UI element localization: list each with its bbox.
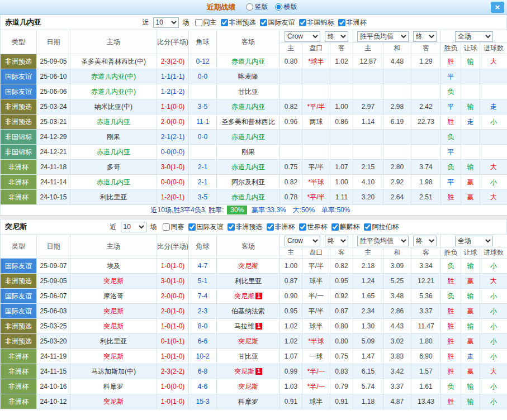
filter-checkbox[interactable] xyxy=(228,223,235,231)
cell-avg-0: 6.15 xyxy=(353,364,383,379)
cell-goals-result: 小 xyxy=(480,304,507,319)
filter-checkbox[interactable] xyxy=(338,19,345,26)
filter-option[interactable]: 国际友谊 xyxy=(188,222,224,232)
avg-state-select[interactable]: 终 xyxy=(413,31,437,42)
match-row[interactable]: 非洲预选25-03-25突尼斯1-0(1-0)8-0马拉维11.02球半0.80… xyxy=(1,319,507,334)
cell-handicap-result: 输 xyxy=(461,160,480,175)
match-row[interactable]: 非洲杯24-10-16科摩罗1-0(0-0)4-6突尼斯1.03*半/一0.79… xyxy=(1,379,507,394)
avg-select[interactable]: 胜平负均值 xyxy=(357,31,409,42)
team-text: 突尼斯 xyxy=(238,337,258,345)
match-row[interactable]: 非洲预选25-03-21赤道几内亚2-0(0-0)11-1圣多美和普林西比0.9… xyxy=(1,114,507,130)
cell-corners: 11-1 xyxy=(189,114,217,130)
filter-option[interactable]: 非洲杯 xyxy=(267,222,295,232)
match-row[interactable]: 国际友谊25-06-10赤道几内亚(中)1-1(1-1)0-0喀麦隆平 xyxy=(1,69,507,84)
cell-odds-away: 0.82 xyxy=(330,259,353,274)
match-row[interactable]: 非洲预选25-03-20利比里亚0-1(0-1)6-6突尼斯1.02*半球0.8… xyxy=(1,334,507,349)
filter-checkbox[interactable] xyxy=(299,223,306,231)
match-row[interactable]: 国际友谊25-06-06赤道几内亚(中)1-2(1-2)甘比亚负 xyxy=(1,84,507,99)
filter-checkbox[interactable] xyxy=(267,223,274,231)
match-row[interactable]: 非洲杯24-11-18多哥3-0(1-0)2-1赤道几内亚0.75平/半1.07… xyxy=(1,160,507,175)
cell-avg-2: 3.74 xyxy=(411,160,441,175)
scope-select[interactable]: 全场 xyxy=(455,236,493,246)
filter-checkbox[interactable] xyxy=(331,223,339,231)
cell-corners xyxy=(189,84,217,99)
cell-corners: 0-12 xyxy=(189,54,217,69)
filter-checkbox[interactable] xyxy=(195,19,202,26)
cell-goals-result: 大 xyxy=(480,274,507,289)
filter-option[interactable]: 同赛 xyxy=(163,222,184,232)
filter-option[interactable]: 同主 xyxy=(195,18,217,27)
match-row[interactable]: 非洲杯24-11-14赤道几内亚0-0(0-0)2-1阿尔及利亚0.82*半球1… xyxy=(1,175,507,190)
match-row[interactable]: 非洲预选25-03-24纳米比亚(中)1-1(0-0)3-5赤道几内亚0.82*… xyxy=(1,99,507,114)
cell-home-team: 赤道几内亚(中) xyxy=(70,69,157,84)
cell-away-team: 突尼斯 xyxy=(217,259,280,274)
filter-checkbox[interactable] xyxy=(299,19,306,26)
filter-option[interactable]: 国际友谊 xyxy=(260,18,295,27)
filter-option[interactable]: 阿拉伯杯 xyxy=(364,222,399,232)
cell-home-team: 突尼斯 xyxy=(70,304,157,319)
odds-source-select[interactable]: Crow xyxy=(285,31,320,42)
filter-label: 同赛 xyxy=(171,222,184,232)
filter-option[interactable]: 非洲预选 xyxy=(228,222,263,232)
scope-select[interactable]: 全场 xyxy=(455,31,493,42)
cell-avg-1: 4.87 xyxy=(383,394,411,409)
recent-count-select[interactable]: 10 xyxy=(153,17,179,28)
vertical-radio[interactable] xyxy=(246,3,253,11)
column-header: 角球 xyxy=(189,30,217,54)
close-icon[interactable]: × xyxy=(491,2,504,13)
match-row[interactable]: 非国锦标24-12-29刚果2-1(2-1)0-0赤道几内亚负 xyxy=(1,130,507,145)
odds-source-select[interactable]: Crow xyxy=(285,236,320,246)
match-row[interactable]: 国际友谊25-09-07埃及1-0(1-0)4-7突尼斯1.00平/半0.822… xyxy=(1,259,507,274)
match-row[interactable]: 非洲杯24-11-19突尼斯1-0(1-0)10-2甘比亚1.07一球0.751… xyxy=(1,349,507,364)
recent-count-select[interactable]: 10 xyxy=(121,222,146,232)
filter-checkbox[interactable] xyxy=(221,19,228,26)
cell-date: 24-10-12 xyxy=(37,394,70,409)
team-text: 突尼斯 xyxy=(103,307,124,315)
filter-checkbox[interactable] xyxy=(188,223,196,231)
filter-label: 非洲预选 xyxy=(229,18,256,27)
layout-horizontal-option[interactable]: 横版 xyxy=(275,2,297,12)
match-row[interactable]: 非国锦标24-12-21赤道几内亚0-0(0-0)刚果平 xyxy=(1,145,507,160)
filter-checkbox[interactable] xyxy=(163,223,170,231)
section-header-0: 赤道几内亚 近 10 场 同主非洲预选国际友谊非国锦标非洲杯 xyxy=(0,15,507,30)
cell-goals-result: 小 xyxy=(480,394,507,409)
cell-odds-away: 1.02 xyxy=(330,54,353,69)
avg-select[interactable]: 胜平负均值 xyxy=(357,236,409,246)
cell-avg-1: 2.86 xyxy=(383,304,411,319)
filter-checkbox[interactable] xyxy=(364,223,371,231)
odds-state-select[interactable]: 终 xyxy=(325,236,348,246)
match-row[interactable]: 非洲杯24-10-12突尼斯1-0(1-0)15-3科摩罗0.91球半0.911… xyxy=(1,394,507,409)
odds-state-select[interactable]: 终 xyxy=(325,31,348,42)
match-row[interactable]: 非洲杯24-10-15利比里亚1-2(0-1)3-5赤道几内亚0.78*平/半1… xyxy=(1,190,507,205)
match-row[interactable]: 国际友谊25-06-07摩洛哥2-0(0-0)7-4突尼斯10.90半/一0.9… xyxy=(1,289,507,304)
cell-result: 负 xyxy=(441,289,461,304)
filter-option[interactable]: 非洲预选 xyxy=(221,18,256,27)
match-row[interactable]: 非洲预选25-09-05圣多美和普林西比(中)2-3(2-0)0-12赤道几内亚… xyxy=(1,54,507,69)
filter-option[interactable]: 麒麟杯 xyxy=(331,222,360,232)
cell-date: 25-06-07 xyxy=(37,289,70,304)
cell-odds-home xyxy=(280,130,302,145)
filter-option[interactable]: 世界杯 xyxy=(299,222,328,232)
match-row[interactable]: 非洲预选25-09-05突尼斯3-0(1-0)5-1利比里亚0.87球半0.95… xyxy=(1,274,507,289)
avg-state-select[interactable]: 终 xyxy=(413,236,437,246)
match-row[interactable]: 非洲杯24-11-15马达加斯加(中)2-3(2-2)6-8突尼斯10.99*半… xyxy=(1,364,507,379)
cell-corners: 7-4 xyxy=(189,289,217,304)
team-text: 圣多美和普林西比 xyxy=(221,118,275,126)
match-row[interactable]: 国际友谊25-06-03突尼斯2-0(1-0)2-3伯基纳法索0.95平/半0.… xyxy=(1,304,507,319)
cell-odds-home: 0.82 xyxy=(280,175,302,190)
win-rate-badge: 30% xyxy=(227,206,247,214)
layout-vertical-option[interactable]: 竖版 xyxy=(246,2,268,12)
cell-handicap: 一球 xyxy=(302,349,330,364)
horizontal-radio[interactable] xyxy=(275,3,282,11)
cell-away-team: 突尼斯1 xyxy=(217,289,280,304)
cell-avg-1: 5.25 xyxy=(383,274,411,289)
filter-checkbox[interactable] xyxy=(260,19,267,26)
team-text: 科摩罗 xyxy=(238,398,258,405)
cell-odds-home: 1.02 xyxy=(280,319,302,334)
cell-avg-0: 12.87 xyxy=(353,54,383,69)
cell-away-team: 甘比亚 xyxy=(217,349,280,364)
cell-avg-0: 2.15 xyxy=(353,160,383,175)
filter-option[interactable]: 非洲杯 xyxy=(338,18,367,27)
cell-avg-1: 2.98 xyxy=(383,99,411,114)
filter-option[interactable]: 非国锦标 xyxy=(299,18,334,27)
